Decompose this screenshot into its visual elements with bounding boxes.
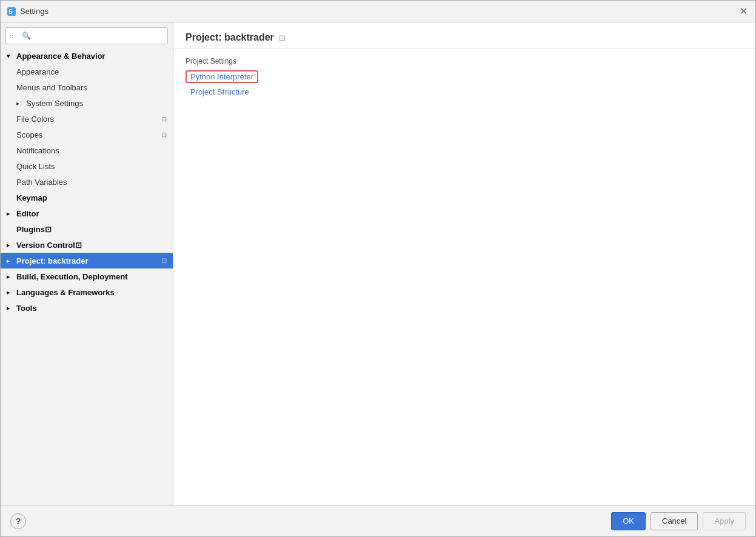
sidebar-item-menus-toolbars[interactable]: Menus and Toolbars <box>1 79 173 95</box>
sidebar-item-tools[interactable]: ▸ Tools <box>1 300 173 316</box>
sidebar-item-label: File Colors <box>16 115 54 124</box>
chevron-right-icon: ▸ <box>16 100 24 107</box>
external-icon: ⊡ <box>159 115 168 123</box>
sidebar-item-label: Appearance <box>16 67 59 76</box>
search-box[interactable]: ⌕ <box>5 27 168 44</box>
external-icon: ⊡ <box>159 256 168 265</box>
sidebar-item-notifications[interactable]: Notifications <box>1 142 173 158</box>
chevron-right-icon: ▸ <box>7 305 14 312</box>
cancel-button[interactable]: Cancel <box>651 512 698 530</box>
sidebar-item-plugins[interactable]: ▸ Plugins ⊡ <box>1 221 173 237</box>
sidebar-item-file-colors[interactable]: File Colors ⊡ <box>1 111 173 127</box>
sidebar-item-label: Scopes <box>16 130 42 139</box>
ok-button[interactable]: OK <box>611 512 646 530</box>
sidebar-item-appearance-behavior[interactable]: ▾ Appearance & Behavior <box>1 48 173 64</box>
content-area: ⌕ ▾ Appearance & Behavior Appearance Men… <box>1 22 755 505</box>
external-icon: ⊡ <box>159 130 168 139</box>
sidebar-item-label: Path Variables <box>16 178 67 187</box>
main-title: Project: backtrader <box>186 32 274 43</box>
sidebar-item-editor[interactable]: ▸ Editor <box>1 205 173 221</box>
main-header: Project: backtrader ⊡ <box>173 22 755 48</box>
chevron-right-icon: ▸ <box>7 258 14 264</box>
chevron-down-icon: ▾ <box>7 53 14 59</box>
app-icon: S <box>7 7 16 16</box>
chevron-right-icon: ▸ <box>7 273 14 280</box>
sidebar-item-label: Editor <box>16 209 39 218</box>
python-interpreter-link[interactable]: Python Interpreter <box>186 70 258 83</box>
sidebar-item-label: Build, Execution, Deployment <box>16 272 127 281</box>
sidebar-item-scopes[interactable]: Scopes ⊡ <box>1 127 173 142</box>
external-link-icon: ⊡ <box>279 33 286 42</box>
project-structure-link[interactable]: Project Structure <box>186 85 743 98</box>
search-icon: ⌕ <box>9 32 13 40</box>
sidebar-item-label: Plugins <box>16 225 45 234</box>
sidebar-item-version-control[interactable]: ▸ Version Control ⊡ <box>1 237 173 253</box>
sidebar-item-build-execution[interactable]: ▸ Build, Execution, Deployment <box>1 268 173 284</box>
apply-button[interactable]: Apply <box>703 512 746 530</box>
sidebar-item-label: Menus and Toolbars <box>16 83 87 92</box>
sidebar-item-label: Appearance & Behavior <box>16 52 105 61</box>
dialog-title: Settings <box>20 7 737 16</box>
sidebar-item-system-settings[interactable]: ▸ System Settings <box>1 95 173 111</box>
project-settings-label: Project Settings <box>186 57 743 65</box>
title-bar: S Settings ✕ <box>1 1 755 22</box>
external-icon: ⊡ <box>45 225 52 234</box>
chevron-right-icon: ▸ <box>7 210 14 217</box>
help-button[interactable]: ? <box>10 513 26 529</box>
sidebar-item-label: System Settings <box>26 99 83 108</box>
sidebar-item-quick-lists[interactable]: Quick Lists <box>1 158 173 174</box>
close-button[interactable]: ✕ <box>737 5 749 18</box>
sidebar-item-label: Notifications <box>16 146 59 155</box>
main-panel: Project: backtrader ⊡ Project Settings P… <box>173 22 755 505</box>
sidebar-item-label: Quick Lists <box>16 162 55 171</box>
sidebar-item-label: Tools <box>16 304 37 313</box>
settings-dialog: S Settings ✕ ⌕ ▾ Appearance & Behavior A… <box>0 0 756 537</box>
sidebar-item-path-variables[interactable]: Path Variables <box>1 174 173 190</box>
sidebar-item-languages-frameworks[interactable]: ▸ Languages & Frameworks <box>1 284 173 300</box>
sidebar-item-keymap[interactable]: ▸ Keymap <box>1 190 173 205</box>
sidebar-item-label: Languages & Frameworks <box>16 288 115 297</box>
sidebar-item-appearance[interactable]: Appearance <box>1 64 173 79</box>
sidebar-item-label: Keymap <box>16 193 47 202</box>
sidebar-item-label: Version Control <box>16 241 75 250</box>
main-content: Project Settings Python Interpreter Proj… <box>173 48 755 505</box>
help-icon: ? <box>16 516 21 526</box>
nav-section-appearance: ▾ Appearance & Behavior Appearance Menus… <box>1 48 173 316</box>
sidebar-item-project-backtrader[interactable]: ▸ Project: backtrader ⊡ <box>1 253 173 268</box>
sidebar: ⌕ ▾ Appearance & Behavior Appearance Men… <box>1 22 173 505</box>
chevron-right-icon: ▸ <box>7 242 14 248</box>
search-input[interactable] <box>5 27 168 44</box>
footer-buttons: OK Cancel Apply <box>611 512 746 530</box>
chevron-right-icon: ▸ <box>7 289 14 296</box>
footer: ? OK Cancel Apply <box>1 505 755 536</box>
sidebar-item-label: Project: backtrader <box>16 256 89 265</box>
external-icon: ⊡ <box>75 241 82 250</box>
svg-text:S: S <box>8 8 13 15</box>
